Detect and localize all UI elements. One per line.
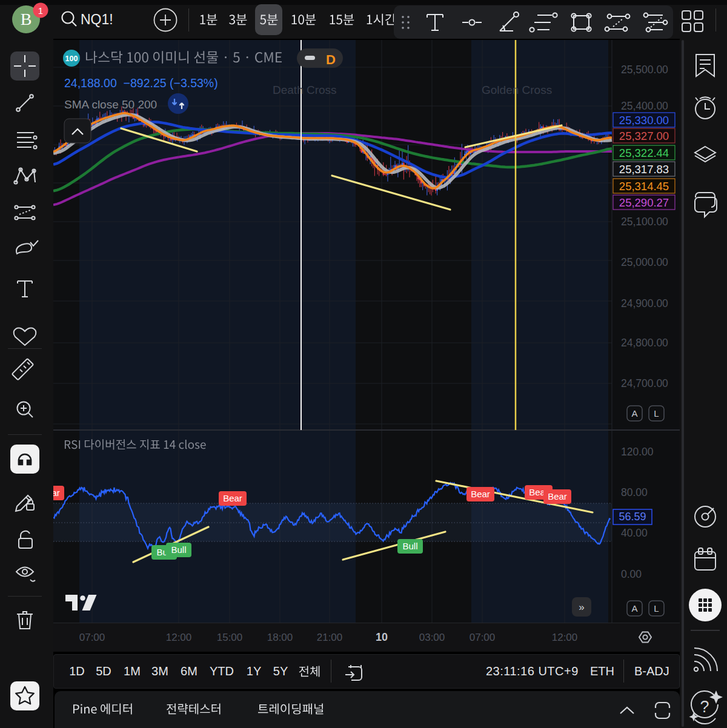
svg-text:40.00: 40.00 <box>621 527 648 539</box>
svg-text:L: L <box>654 408 659 419</box>
svg-text:Bull: Bull <box>171 544 186 555</box>
svg-text:25,290.27: 25,290.27 <box>619 196 669 209</box>
svg-text:Bear: Bear <box>471 489 490 499</box>
svg-text:Bear: Bear <box>548 491 567 501</box>
svg-text:24,900.00: 24,900.00 <box>621 297 668 309</box>
svg-text:25,400.00: 25,400.00 <box>621 100 668 112</box>
svg-text:80.00: 80.00 <box>621 486 648 498</box>
svg-text:Death Cross: Death Cross <box>273 84 337 96</box>
svg-text:25,317.83: 25,317.83 <box>619 163 669 176</box>
svg-text:25,314.45: 25,314.45 <box>619 180 669 193</box>
svg-text:A: A <box>631 408 637 419</box>
svg-text:24,700.00: 24,700.00 <box>621 377 668 389</box>
svg-text:Golden Cross: Golden Cross <box>482 84 552 96</box>
svg-text:Bear: Bear <box>53 488 60 498</box>
svg-text:L: L <box>654 603 659 614</box>
svg-text:100: 100 <box>65 55 78 63</box>
svg-text:0.00: 0.00 <box>621 568 642 580</box>
svg-text:56.59: 56.59 <box>619 511 646 523</box>
svg-text:?: ? <box>700 698 709 716</box>
svg-text:25,000.00: 25,000.00 <box>621 256 668 268</box>
svg-text:25,330.00: 25,330.00 <box>619 114 669 127</box>
svg-text:25,322.44: 25,322.44 <box>619 147 669 159</box>
svg-text:Bull: Bull <box>402 541 417 551</box>
svg-text:SMA close 50 200: SMA close 50 200 <box>64 98 157 111</box>
svg-text:25,100.00: 25,100.00 <box>621 216 668 228</box>
svg-text:D: D <box>326 52 336 67</box>
svg-text:»: » <box>579 601 584 613</box>
svg-text:24,800.00: 24,800.00 <box>621 337 668 349</box>
svg-text:25,500.00: 25,500.00 <box>621 64 668 76</box>
svg-text:25,327.00: 25,327.00 <box>619 130 669 142</box>
svg-text:A: A <box>631 603 637 614</box>
svg-text:Bear: Bear <box>223 493 242 503</box>
svg-text:24,188.00 −892.25 (−3.53%): 24,188.00 −892.25 (−3.53%) <box>64 76 218 90</box>
svg-text:120.00: 120.00 <box>621 446 654 458</box>
